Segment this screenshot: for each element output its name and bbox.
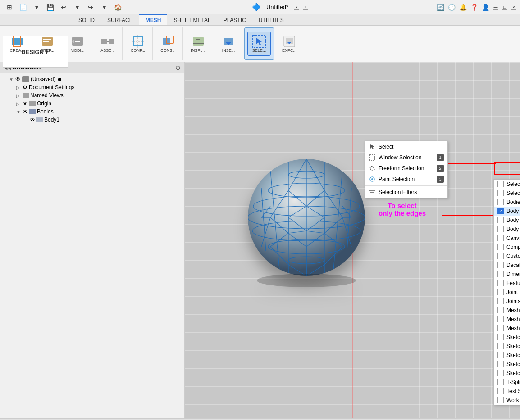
redo-icon[interactable]: ↪ (85, 1, 96, 13)
tree-item-origin[interactable]: ▷ 👁 Origin (0, 99, 184, 108)
tab-close-btn[interactable]: × (294, 5, 299, 10)
checkbox-canvas[interactable] (497, 235, 504, 241)
filter-item-sketch-curves[interactable]: Sketch Curves (494, 333, 520, 342)
filter-item-decal[interactable]: Decal (494, 261, 520, 270)
checkbox-body-edges[interactable]: ✓ (497, 208, 504, 214)
tab-plastic[interactable]: PLASTIC (217, 14, 252, 25)
checkbox-sketch-curves[interactable] (497, 334, 504, 340)
checkbox-sketch-surface[interactable] (497, 370, 504, 376)
undo-arrow-icon[interactable]: ▾ (71, 1, 83, 13)
select-item-paint[interactable]: Paint Selection 3 (365, 174, 447, 185)
checkbox-body-vertices[interactable] (497, 226, 504, 232)
tab-utilities[interactable]: UTILITIES (252, 14, 290, 25)
tab-sheetmetal[interactable]: SHEET METAL (167, 14, 217, 25)
select-item-freeform[interactable]: Freeform Selection 2 (365, 163, 447, 174)
assemble-btn[interactable]: ASSE... (96, 32, 119, 56)
checkbox-sketch-profiles[interactable] (497, 361, 504, 367)
app-grid-icon[interactable]: ⊞ (4, 1, 15, 13)
checkbox-features[interactable] (497, 280, 504, 286)
file-arrow-icon[interactable]: ▾ (31, 1, 42, 13)
eye-icon-unsaved[interactable]: 👁 (15, 76, 21, 82)
tab-surface[interactable]: SURFACE (101, 14, 139, 25)
checkbox-text-selection[interactable] (497, 388, 504, 394)
tab-solid[interactable]: SOLID (72, 14, 101, 25)
filter-item-joints[interactable]: Joints (494, 297, 520, 306)
checkbox-custom-graphics[interactable] (497, 253, 504, 259)
filter-item-body-faces[interactable]: Body Faces (494, 216, 520, 225)
filter-item-text-selection[interactable]: Text Selection (494, 387, 520, 396)
maximize-btn[interactable]: □ (502, 5, 507, 10)
filter-item-t-spline-body[interactable]: T-Spline Body (494, 378, 520, 387)
filter-item-features[interactable]: Features (494, 279, 520, 288)
checkbox-decal[interactable] (497, 262, 504, 268)
inspect-btn[interactable]: INSPL... (187, 32, 210, 56)
checkbox-work-geometry[interactable] (497, 397, 504, 403)
filter-item-custom-graphics[interactable]: Custom Graphics (494, 252, 520, 261)
eye-icon-bodies[interactable]: 👁 (23, 108, 28, 115)
tree-item-docsettings[interactable]: ▷ ⚙ Document Settings (0, 83, 184, 91)
export-btn[interactable]: EXPC... (278, 32, 301, 56)
filter-item-select-all[interactable]: Select All (494, 189, 520, 198)
user-avatar[interactable]: 👤 (482, 4, 489, 11)
filter-item-bodies[interactable]: Bodies (494, 198, 520, 207)
checkbox-components[interactable] (497, 244, 504, 250)
checkbox-sketch-points[interactable] (497, 352, 504, 358)
filter-item-sketch-points[interactable]: Sketch Points (494, 351, 520, 360)
checkbox-t-spline-body[interactable] (497, 379, 504, 385)
filter-item-mesh-faces[interactable]: Mesh Faces (494, 324, 520, 333)
select-item-select[interactable]: Select (365, 141, 447, 152)
clock-icon[interactable]: 🕐 (448, 4, 456, 11)
minimize-btn[interactable]: — (493, 5, 498, 10)
filter-item-work-geometry[interactable]: Work Geometry (494, 396, 520, 405)
filter-item-body-vertices[interactable]: Body Vertices (494, 225, 520, 234)
tree-item-namedviews[interactable]: ▷ Named Views (0, 91, 184, 99)
checkbox-bodies[interactable] (497, 199, 504, 205)
tab-mesh[interactable]: MESH (139, 14, 168, 25)
checkbox-joints[interactable] (497, 298, 504, 304)
filter-item-select-through[interactable]: Select Through (494, 180, 520, 189)
checkbox-mesh-bodies[interactable] (497, 307, 504, 313)
filter-item-sketch-geo-constraint[interactable]: Sketch Geometry Constraint (494, 342, 520, 351)
checkbox-dimension[interactable] (497, 271, 504, 277)
file-icon[interactable]: 📄 (17, 1, 29, 13)
create-btn[interactable]: CREA... (5, 32, 29, 56)
help-icon[interactable]: ❓ (470, 4, 478, 11)
filter-item-mesh-face-groups[interactable]: Mesh Face Groups (494, 315, 520, 324)
new-tab-btn[interactable]: + (303, 5, 308, 10)
filter-item-components[interactable]: Components (494, 243, 520, 252)
bell-icon[interactable]: 🔔 (459, 4, 467, 11)
checkbox-sketch-geo-constraint[interactable] (497, 343, 504, 349)
modify-btn[interactable]: MODI... (66, 32, 89, 56)
checkbox-mesh-face-groups[interactable] (497, 316, 504, 322)
pref-btn[interactable]: PREF... (36, 32, 59, 56)
filter-item-dimension[interactable]: Dimension (494, 270, 520, 279)
select-btn[interactable]: SELE... (247, 32, 271, 56)
checkbox-joint-origins[interactable] (497, 289, 504, 295)
construct-btn[interactable]: CONF... (126, 32, 150, 56)
select-item-filters[interactable]: Selection Filters (365, 187, 447, 198)
tree-item-body1[interactable]: 👁 Body1 (0, 116, 184, 124)
redo-arrow-icon[interactable]: ▾ (98, 1, 110, 13)
checkbox-select-through[interactable] (497, 181, 504, 187)
checkbox-body-faces[interactable] (497, 217, 504, 223)
close-btn[interactable]: × (511, 5, 516, 10)
undo-icon[interactable]: ↩ (58, 1, 69, 13)
cons-btn[interactable]: CONS... (156, 32, 180, 56)
checkbox-mesh-faces[interactable] (497, 325, 504, 331)
checkbox-select-all[interactable] (497, 190, 504, 196)
refresh-icon[interactable]: 🔄 (437, 4, 444, 11)
browser-add-icon[interactable]: ⊕ (175, 64, 181, 71)
tree-item-bodies[interactable]: ▼ 👁 Bodies (0, 108, 184, 116)
home-icon[interactable]: 🏠 (112, 1, 123, 13)
filter-item-body-edges[interactable]: ✓ Body Edges (494, 207, 520, 216)
save-icon[interactable]: 💾 (44, 1, 56, 13)
filter-item-joint-origins[interactable]: Joint Origins (494, 288, 520, 297)
select-item-window[interactable]: Window Selection 1 (365, 152, 447, 163)
eye-icon-body1[interactable]: 👁 (30, 117, 35, 123)
filter-item-sketch-surface[interactable]: Sketch Surface (494, 369, 520, 378)
eye-icon-origin[interactable]: 👁 (23, 100, 28, 107)
insert-btn[interactable]: INSE... (217, 32, 240, 56)
tree-item-unsaved[interactable]: ▼ 👁 (Unsaved) ⏺ (0, 75, 184, 83)
filter-item-sketch-profiles[interactable]: Sketch Profiles (494, 360, 520, 369)
filter-item-mesh-bodies[interactable]: Mesh Bodies (494, 306, 520, 315)
